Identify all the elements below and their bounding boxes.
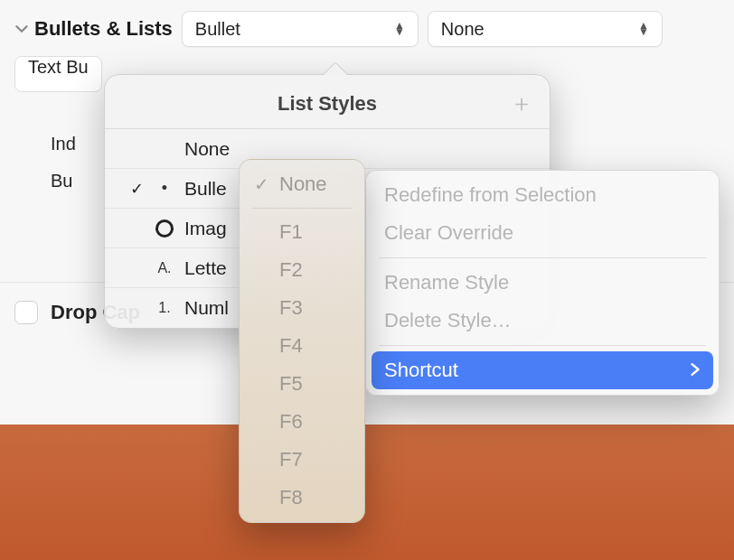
- menu-separator: [379, 345, 706, 346]
- shortcut-f1[interactable]: F1: [245, 213, 359, 251]
- menu-separator: [379, 257, 706, 258]
- list-style-label: Bulle: [184, 178, 227, 200]
- shortcut-submenu: ✓ None F1 F2 F3 F4 F5 F6 F7 F8: [239, 159, 365, 523]
- popover-title: List Styles: [145, 92, 510, 116]
- updown-icon: ▲▼: [638, 23, 649, 35]
- bullet-type-select[interactable]: Bullet ▲▼: [182, 11, 419, 47]
- bullet-type-value: Bullet: [195, 19, 240, 40]
- shortcut-label: F6: [279, 410, 303, 434]
- menu-redefine[interactable]: Redefine from Selection: [372, 176, 713, 214]
- check-icon: ✓: [128, 179, 145, 199]
- check-icon: ✓: [252, 173, 270, 195]
- shortcut-f4[interactable]: F4: [245, 327, 359, 365]
- menu-label: Delete Style…: [384, 309, 512, 332]
- shortcut-label: F8: [279, 486, 303, 509]
- list-style-label: Lette: [184, 257, 227, 279]
- shortcut-label: None: [279, 173, 327, 196]
- add-list-style-button[interactable]: ＋: [510, 88, 533, 119]
- updown-icon: ▲▼: [394, 23, 405, 35]
- letter-marker-icon: A.: [154, 260, 175, 276]
- shortcut-label: F2: [279, 258, 303, 282]
- text-bullet-tag[interactable]: Text Bu: [14, 56, 102, 92]
- shortcut-f3[interactable]: F3: [245, 289, 359, 327]
- menu-label: Rename Style: [384, 271, 509, 294]
- menu-label: Shortcut: [384, 359, 458, 382]
- menu-separator: [252, 208, 352, 209]
- shortcut-label: F4: [279, 334, 303, 358]
- desktop-background: [0, 425, 734, 560]
- section-title: Bullets & Lists: [34, 17, 173, 41]
- chevron-right-icon: [690, 361, 701, 380]
- image-marker-icon: [154, 219, 175, 238]
- menu-shortcut[interactable]: Shortcut: [372, 351, 713, 389]
- popover-pointer: [322, 62, 347, 75]
- shortcut-f5[interactable]: F5: [245, 365, 359, 403]
- menu-label: Redefine from Selection: [384, 183, 597, 207]
- shortcut-f8[interactable]: F8: [245, 479, 359, 517]
- list-style-label: Imag: [184, 218, 227, 239]
- shortcut-label: F5: [279, 372, 303, 396]
- shortcut-label: F1: [279, 220, 303, 244]
- chevron-down-icon: [14, 22, 29, 36]
- list-style-label: None: [184, 138, 230, 160]
- menu-clear-override[interactable]: Clear Override: [372, 214, 713, 252]
- list-style-label: Numl: [184, 297, 229, 319]
- shortcut-f7[interactable]: F7: [245, 441, 359, 479]
- style-context-menu: Redefine from Selection Clear Override R…: [365, 170, 720, 396]
- list-style-value: None: [441, 19, 485, 40]
- list-style-select[interactable]: None ▲▼: [428, 11, 663, 47]
- section-bullets-lists[interactable]: Bullets & Lists: [14, 17, 173, 41]
- menu-delete-style[interactable]: Delete Style…: [372, 302, 713, 340]
- shortcut-none[interactable]: ✓ None: [245, 165, 359, 203]
- shortcut-label: F3: [279, 296, 303, 320]
- menu-rename-style[interactable]: Rename Style: [372, 264, 713, 302]
- shortcut-label: F7: [279, 448, 303, 471]
- shortcut-f6[interactable]: F6: [245, 403, 359, 441]
- dropcap-checkbox[interactable]: [14, 301, 38, 324]
- text-bullet-label: Text Bu: [28, 57, 89, 77]
- shortcut-f2[interactable]: F2: [245, 251, 359, 289]
- number-marker-icon: 1.: [154, 300, 175, 316]
- bullet-dot-icon: •: [154, 179, 175, 198]
- menu-label: Clear Override: [384, 221, 513, 245]
